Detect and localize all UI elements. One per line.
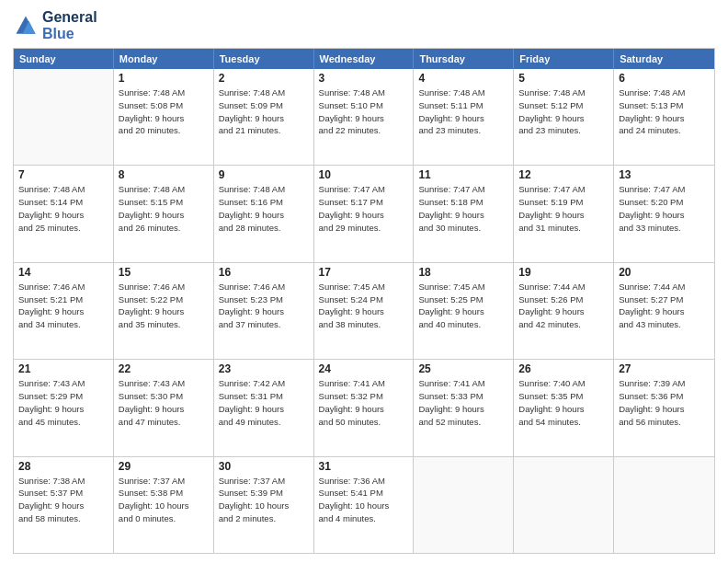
calendar-page: General Blue SundayMondayTuesdayWednesda… [0,0,728,563]
calendar-day-21: 21Sunrise: 7:43 AMSunset: 5:29 PMDayligh… [14,360,114,455]
logo-icon [13,13,39,39]
day-info: Sunrise: 7:45 AMSunset: 5:25 PMDaylight:… [418,281,508,331]
day-info: Sunrise: 7:48 AMSunset: 5:08 PMDaylight:… [119,86,209,137]
day-number: 26 [518,362,609,375]
day-number: 2 [219,72,309,85]
calendar-day-4: 4Sunrise: 7:48 AMSunset: 5:11 PMDaylight… [414,69,514,165]
calendar-day-7: 7Sunrise: 7:48 AMSunset: 5:14 PMDaylight… [14,166,114,261]
calendar-header: SundayMondayTuesdayWednesdayThursdayFrid… [14,49,714,69]
day-number: 17 [319,266,409,279]
day-number: 3 [319,72,409,85]
header-day-thursday: Thursday [414,49,514,69]
header-day-friday: Friday [514,49,614,69]
calendar-day-23: 23Sunrise: 7:42 AMSunset: 5:31 PMDayligh… [214,360,314,455]
day-info: Sunrise: 7:46 AMSunset: 5:22 PMDaylight:… [119,281,209,331]
day-number: 28 [18,460,108,473]
header-day-tuesday: Tuesday [214,49,314,69]
calendar-day-1: 1Sunrise: 7:48 AMSunset: 5:08 PMDaylight… [114,69,214,165]
day-info: Sunrise: 7:42 AMSunset: 5:31 PMDaylight:… [219,377,309,428]
day-number: 24 [319,362,409,375]
day-number: 14 [18,266,108,279]
calendar-day-2: 2Sunrise: 7:48 AMSunset: 5:09 PMDaylight… [214,69,314,165]
calendar-day-16: 16Sunrise: 7:46 AMSunset: 5:23 PMDayligh… [214,263,314,359]
day-number: 6 [619,72,710,85]
day-number: 4 [418,72,508,85]
day-info: Sunrise: 7:48 AMSunset: 5:11 PMDaylight:… [418,86,508,137]
calendar-day-19: 19Sunrise: 7:44 AMSunset: 5:26 PMDayligh… [514,263,614,359]
day-info: Sunrise: 7:38 AMSunset: 5:37 PMDaylight:… [18,475,108,525]
calendar-empty-cell [614,457,714,553]
calendar-empty-cell [414,457,514,553]
day-number: 18 [418,266,508,279]
calendar: SundayMondayTuesdayWednesdayThursdayFrid… [13,48,715,554]
day-number: 7 [18,168,108,181]
calendar-day-15: 15Sunrise: 7:46 AMSunset: 5:22 PMDayligh… [114,263,214,359]
day-number: 8 [119,168,209,181]
header-day-saturday: Saturday [614,49,714,69]
day-number: 9 [219,168,309,181]
day-info: Sunrise: 7:44 AMSunset: 5:27 PMDaylight:… [619,281,710,331]
day-info: Sunrise: 7:47 AMSunset: 5:17 PMDaylight:… [319,183,409,234]
calendar-day-18: 18Sunrise: 7:45 AMSunset: 5:25 PMDayligh… [414,263,514,359]
day-number: 13 [619,168,710,181]
day-number: 21 [18,362,108,375]
calendar-day-12: 12Sunrise: 7:47 AMSunset: 5:19 PMDayligh… [514,166,614,261]
day-number: 23 [219,362,309,375]
calendar-week-3: 14Sunrise: 7:46 AMSunset: 5:21 PMDayligh… [14,263,714,360]
calendar-day-25: 25Sunrise: 7:41 AMSunset: 5:33 PMDayligh… [414,360,514,455]
header-day-monday: Monday [114,49,214,69]
day-number: 5 [518,72,609,85]
day-info: Sunrise: 7:41 AMSunset: 5:33 PMDaylight:… [418,377,508,428]
calendar-day-30: 30Sunrise: 7:37 AMSunset: 5:39 PMDayligh… [214,457,314,553]
calendar-day-5: 5Sunrise: 7:48 AMSunset: 5:12 PMDaylight… [514,69,614,165]
calendar-day-3: 3Sunrise: 7:48 AMSunset: 5:10 PMDaylight… [314,69,415,165]
day-info: Sunrise: 7:40 AMSunset: 5:35 PMDaylight:… [518,377,609,428]
day-number: 16 [219,266,309,279]
calendar-week-2: 7Sunrise: 7:48 AMSunset: 5:14 PMDaylight… [14,166,714,262]
calendar-day-9: 9Sunrise: 7:48 AMSunset: 5:16 PMDaylight… [214,166,314,261]
day-info: Sunrise: 7:48 AMSunset: 5:13 PMDaylight:… [619,86,710,137]
logo-text: General Blue [42,9,97,42]
day-number: 20 [619,266,710,279]
calendar-day-10: 10Sunrise: 7:47 AMSunset: 5:17 PMDayligh… [314,166,415,261]
day-number: 29 [119,460,209,473]
day-number: 31 [319,460,409,473]
calendar-body: 1Sunrise: 7:48 AMSunset: 5:08 PMDaylight… [14,69,714,553]
day-info: Sunrise: 7:45 AMSunset: 5:24 PMDaylight:… [319,281,409,331]
calendar-day-14: 14Sunrise: 7:46 AMSunset: 5:21 PMDayligh… [14,263,114,359]
day-info: Sunrise: 7:48 AMSunset: 5:12 PMDaylight:… [518,86,609,137]
day-info: Sunrise: 7:46 AMSunset: 5:21 PMDaylight:… [18,281,108,331]
day-info: Sunrise: 7:48 AMSunset: 5:14 PMDaylight:… [18,183,108,234]
day-info: Sunrise: 7:47 AMSunset: 5:20 PMDaylight:… [619,183,710,234]
calendar-empty-cell [514,457,614,553]
calendar-day-11: 11Sunrise: 7:47 AMSunset: 5:18 PMDayligh… [414,166,514,261]
day-number: 15 [119,266,209,279]
day-info: Sunrise: 7:44 AMSunset: 5:26 PMDaylight:… [518,281,609,331]
calendar-day-6: 6Sunrise: 7:48 AMSunset: 5:13 PMDaylight… [614,69,714,165]
day-info: Sunrise: 7:36 AMSunset: 5:41 PMDaylight:… [319,475,409,525]
calendar-empty-cell [14,69,114,165]
day-info: Sunrise: 7:46 AMSunset: 5:23 PMDaylight:… [219,281,309,331]
calendar-day-13: 13Sunrise: 7:47 AMSunset: 5:20 PMDayligh… [614,166,714,261]
calendar-day-26: 26Sunrise: 7:40 AMSunset: 5:35 PMDayligh… [514,360,614,455]
day-number: 27 [619,362,710,375]
calendar-day-22: 22Sunrise: 7:43 AMSunset: 5:30 PMDayligh… [114,360,214,455]
day-number: 19 [518,266,609,279]
calendar-week-5: 28Sunrise: 7:38 AMSunset: 5:37 PMDayligh… [14,457,714,553]
day-info: Sunrise: 7:48 AMSunset: 5:15 PMDaylight:… [119,183,209,234]
calendar-day-31: 31Sunrise: 7:36 AMSunset: 5:41 PMDayligh… [314,457,415,553]
day-info: Sunrise: 7:43 AMSunset: 5:30 PMDaylight:… [119,377,209,428]
logo: General Blue [13,9,97,42]
header-day-sunday: Sunday [14,49,114,69]
day-number: 25 [418,362,508,375]
day-info: Sunrise: 7:43 AMSunset: 5:29 PMDaylight:… [18,377,108,428]
calendar-day-24: 24Sunrise: 7:41 AMSunset: 5:32 PMDayligh… [314,360,415,455]
header: General Blue [13,9,715,42]
calendar-day-29: 29Sunrise: 7:37 AMSunset: 5:38 PMDayligh… [114,457,214,553]
day-number: 11 [418,168,508,181]
calendar-week-4: 21Sunrise: 7:43 AMSunset: 5:29 PMDayligh… [14,360,714,456]
day-info: Sunrise: 7:48 AMSunset: 5:10 PMDaylight:… [319,86,409,137]
day-number: 30 [219,460,309,473]
header-day-wednesday: Wednesday [314,49,415,69]
day-number: 1 [119,72,209,85]
